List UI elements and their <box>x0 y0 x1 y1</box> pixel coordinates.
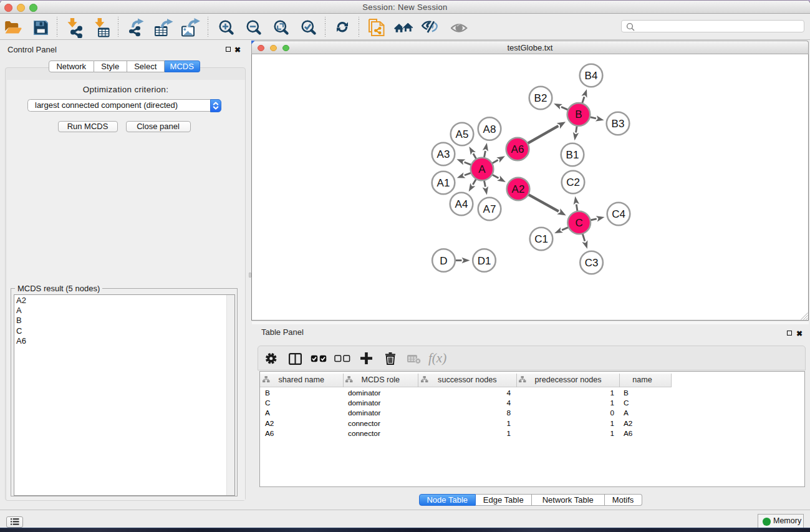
svg-text:D: D <box>440 255 447 267</box>
svg-text:C1: C1 <box>534 233 548 245</box>
svg-text:A6: A6 <box>511 143 524 155</box>
svg-text:A2: A2 <box>512 183 525 195</box>
svg-text:D1: D1 <box>478 255 491 267</box>
svg-text:B: B <box>575 109 582 120</box>
svg-text:C4: C4 <box>612 208 625 220</box>
svg-text:A8: A8 <box>483 123 496 135</box>
svg-text:B1: B1 <box>566 149 579 161</box>
svg-text:C: C <box>576 217 583 229</box>
svg-text:C2: C2 <box>566 177 580 188</box>
svg-text:A4: A4 <box>455 198 468 210</box>
svg-text:B4: B4 <box>585 70 598 82</box>
svg-text:A: A <box>478 163 486 175</box>
svg-text:A3: A3 <box>437 148 450 160</box>
svg-text:A7: A7 <box>483 203 496 215</box>
svg-text:B2: B2 <box>534 92 547 104</box>
svg-text:A5: A5 <box>456 128 469 140</box>
svg-text:A1: A1 <box>437 177 450 189</box>
svg-text:B3: B3 <box>612 118 625 130</box>
svg-text:C3: C3 <box>585 257 599 269</box>
